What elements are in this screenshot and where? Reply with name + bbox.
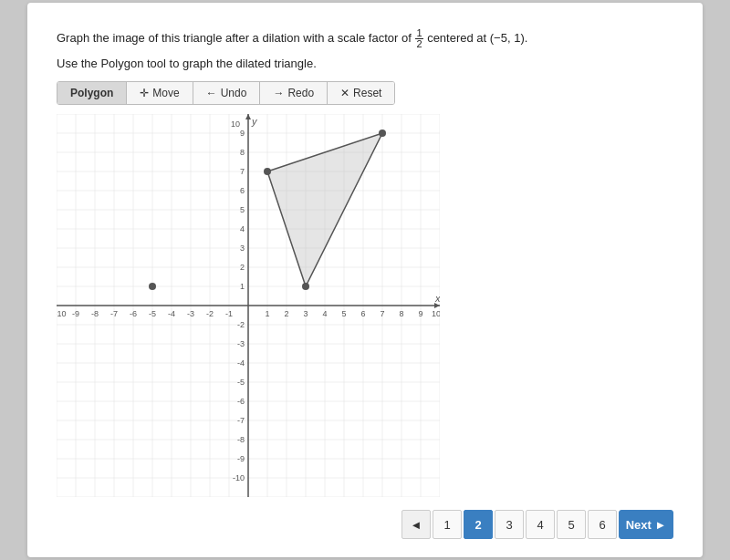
page-2-button[interactable]: 2 (464, 510, 493, 539)
svg-text:-9: -9 (237, 454, 245, 463)
instruction-text: Use the Polygon tool to graph the dilate… (57, 57, 673, 70)
graph-container[interactable]: x y 1 2 3 4 5 6 7 8 9 10 -1 -2 -3 -4 -5 … (57, 114, 440, 497)
page-5-button[interactable]: 5 (557, 510, 586, 539)
svg-text:-3: -3 (237, 339, 245, 348)
svg-text:6: 6 (240, 186, 245, 195)
svg-text:3: 3 (303, 309, 308, 318)
svg-text:4: 4 (240, 224, 245, 233)
pagination: ◄ 1 2 3 4 5 6 Next ► (57, 510, 673, 539)
svg-text:-9: -9 (72, 309, 79, 318)
svg-text:-8: -8 (237, 435, 245, 444)
move-icon: ✛ (140, 87, 149, 99)
page-6-button[interactable]: 6 (588, 510, 617, 539)
svg-text:1: 1 (240, 282, 245, 291)
page-1-button[interactable]: 1 (433, 510, 462, 539)
vertex-1-7[interactable] (264, 168, 271, 175)
question-text: Graph the image of this triangle after a… (57, 28, 673, 49)
svg-text:x: x (434, 293, 440, 304)
svg-text:4: 4 (322, 309, 327, 318)
svg-text:y: y (251, 116, 258, 127)
prev-page-button[interactable]: ◄ (402, 510, 431, 539)
svg-text:2: 2 (284, 309, 288, 318)
undo-button[interactable]: ← Undo (193, 82, 261, 104)
svg-text:10: 10 (231, 119, 240, 129)
redo-button[interactable]: → Redo (260, 82, 328, 104)
svg-text:-4: -4 (168, 309, 175, 318)
svg-text:-8: -8 (91, 309, 99, 318)
svg-text:2: 2 (240, 263, 245, 272)
undo-icon: ← (206, 87, 217, 99)
svg-text:9: 9 (240, 129, 245, 138)
toolbar: Polygon ✛ Move ← Undo → Redo ✕ Reset (57, 81, 395, 105)
svg-text:6: 6 (360, 309, 365, 318)
move-button[interactable]: ✛ Move (127, 82, 193, 104)
svg-text:8: 8 (399, 309, 403, 318)
svg-text:7: 7 (380, 309, 384, 318)
center-point (149, 283, 156, 290)
reset-button[interactable]: ✕ Reset (328, 82, 394, 104)
coordinate-graph[interactable]: x y 1 2 3 4 5 6 7 8 9 10 -1 -2 -3 -4 -5 … (57, 114, 440, 497)
svg-text:-2: -2 (237, 320, 245, 329)
svg-text:-7: -7 (237, 416, 245, 425)
reset-icon: ✕ (340, 87, 349, 99)
svg-text:8: 8 (240, 148, 245, 157)
scale-fraction: 1 2 (415, 28, 422, 49)
svg-text:3: 3 (240, 244, 245, 253)
svg-text:-6: -6 (130, 309, 137, 318)
page-3-button[interactable]: 3 (495, 510, 524, 539)
svg-text:-5: -5 (149, 309, 156, 318)
page-4-button[interactable]: 4 (526, 510, 555, 539)
svg-text:1: 1 (265, 309, 269, 318)
svg-text:-2: -2 (206, 309, 214, 318)
svg-text:5: 5 (341, 309, 346, 318)
redo-icon: → (273, 87, 284, 99)
vertex-3-1[interactable] (302, 283, 309, 290)
polygon-button[interactable]: Polygon (57, 82, 127, 104)
next-button[interactable]: Next ► (619, 510, 673, 539)
svg-text:7: 7 (240, 167, 245, 176)
svg-text:-5: -5 (237, 378, 245, 387)
svg-text:-7: -7 (110, 309, 118, 318)
svg-text:-3: -3 (187, 309, 194, 318)
svg-text:-10: -10 (57, 309, 67, 318)
svg-text:-4: -4 (237, 358, 245, 368)
vertex-7-9[interactable] (379, 130, 386, 137)
svg-text:-10: -10 (233, 473, 245, 482)
svg-text:9: 9 (418, 309, 422, 318)
main-card: Graph the image of this triangle after a… (27, 3, 703, 557)
svg-text:-1: -1 (225, 309, 233, 318)
svg-marker-45 (245, 114, 251, 119)
svg-text:5: 5 (240, 205, 245, 214)
svg-text:10: 10 (432, 309, 440, 318)
svg-text:-6: -6 (237, 397, 245, 406)
